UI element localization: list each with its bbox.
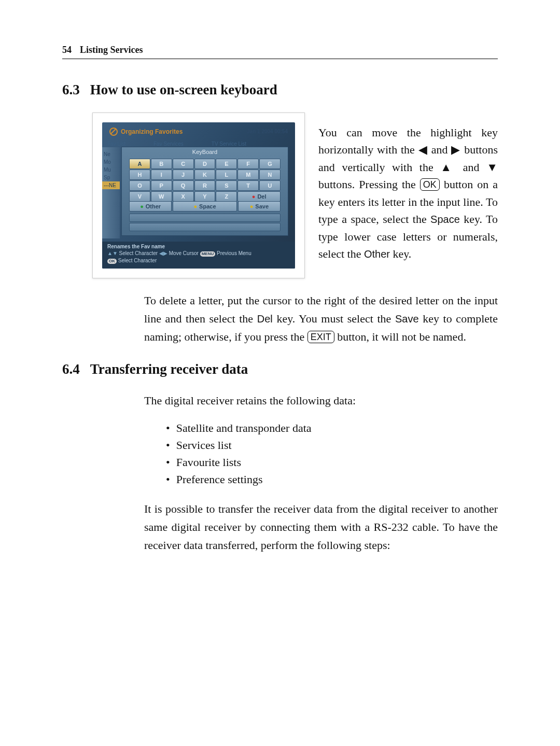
help-text: Previous Menu <box>217 250 251 256</box>
key-r[interactable]: R <box>194 180 216 191</box>
ok-pill: OK <box>107 259 117 264</box>
list-item: Favourite lists <box>166 454 498 471</box>
ok-button-label: OK <box>420 178 440 191</box>
screen-title-text: Organizing Favorites <box>121 128 183 135</box>
key-j[interactable]: J <box>173 170 194 180</box>
section-number: 6.4 <box>62 361 80 377</box>
side-item: Sp <box>102 174 120 181</box>
receiver-data-list: Satellite and transponder data Services … <box>166 419 498 488</box>
list-item: Satellite and transponder data <box>166 419 498 437</box>
exit-button-label: EXIT <box>307 331 334 343</box>
space-key-label: Space <box>430 214 460 225</box>
text: and <box>428 143 451 156</box>
section-title: Transferring receiver data <box>90 361 248 377</box>
help-text: Select Character <box>118 258 157 263</box>
para-6-4b: It is possible to transfer the receiver … <box>144 500 498 554</box>
updown-icon: ▲▼ <box>107 250 118 256</box>
section-6-3-block: Organizing Favorites Jan 1 2004 00:54 Fa… <box>62 112 498 278</box>
section-6-3-heading: 6.3 How to use on-screen keyboard <box>62 82 498 98</box>
key-d[interactable]: D <box>194 159 216 169</box>
para-6-3a: You can move the highlight key horizonta… <box>318 124 498 263</box>
running-head: 54 Listing Services <box>62 45 498 59</box>
fav-list-behind: Ne Mo Mu Sp ---NE <box>102 147 120 238</box>
help-line-1: Renames the Fav name <box>107 244 290 249</box>
input-line[interactable] <box>129 223 281 231</box>
key-y[interactable]: Y <box>194 191 216 202</box>
input-lines <box>129 214 281 230</box>
text: button, it will not be named. <box>334 330 466 343</box>
key-i[interactable]: I <box>151 170 172 180</box>
key-a[interactable]: A <box>129 159 150 169</box>
key-k[interactable]: K <box>194 170 216 180</box>
keyboard-title: KeyBoard <box>122 147 288 157</box>
key-c[interactable]: C <box>173 159 194 169</box>
key-b[interactable]: B <box>151 159 172 169</box>
screenshot-panel: Organizing Favorites Jan 1 2004 00:54 Fa… <box>102 122 295 269</box>
key-s[interactable]: S <box>216 180 237 191</box>
section-title: How to use on-screen keyboard <box>90 82 277 98</box>
key-n[interactable]: N <box>259 170 281 180</box>
help-text: Move Cursor <box>169 250 199 256</box>
chapter-title: Listing Services <box>80 45 143 55</box>
key-p[interactable]: P <box>151 180 172 191</box>
side-item-selected: ---NE <box>102 181 120 189</box>
help-line-3: OK Select Character <box>107 258 290 264</box>
key-w[interactable]: W <box>151 191 172 202</box>
input-line[interactable] <box>129 214 281 222</box>
clock-text: Jan 1 2004 00:54 <box>247 129 288 134</box>
key-v[interactable]: V <box>129 191 150 202</box>
right-arrow-icon: ▶ <box>451 143 460 156</box>
screen-title: Organizing Favorites <box>109 128 183 136</box>
key-e[interactable]: E <box>216 159 237 169</box>
key-space[interactable]: Space <box>173 201 236 212</box>
text: and <box>456 161 486 174</box>
key-f[interactable]: F <box>237 159 259 169</box>
para-6-3b: To delete a letter, put the cursor to th… <box>144 292 498 346</box>
help-bar: Renames the Fav name ▲▼ Select Character… <box>102 242 295 269</box>
key-t[interactable]: T <box>237 180 259 191</box>
keyboard-screenshot: Organizing Favorites Jan 1 2004 00:54 Fa… <box>92 112 305 278</box>
key-m[interactable]: M <box>237 170 259 180</box>
section-6-4-heading: 6.4 Transferring receiver data <box>62 361 498 377</box>
content-column: 54 Listing Services 6.3 How to use on-sc… <box>62 45 498 570</box>
para-6-4a: The digital receiver retains the followi… <box>144 392 498 410</box>
key-save[interactable]: Save <box>238 201 281 212</box>
down-arrow-icon: ▼ <box>486 161 498 174</box>
keyboard-panel: KeyBoard A B C D E F G H I J K <box>122 147 288 235</box>
keyboard-bottom-row: Other Space Save <box>129 201 281 212</box>
text: buttons. Pressing the <box>318 178 420 191</box>
key-l[interactable]: L <box>216 170 237 180</box>
help-line-2: ▲▼ Select Character ◀▶ Move Cursor MENU … <box>107 250 290 257</box>
key-q[interactable]: Q <box>173 180 194 191</box>
keyboard-grid: A B C D E F G H I J K L M <box>129 159 281 202</box>
text: key. You must select the <box>273 312 395 325</box>
list-item: Services list <box>166 437 498 454</box>
list-item: Preference settings <box>166 471 498 488</box>
text: key. <box>390 247 411 260</box>
key-z[interactable]: Z <box>216 191 237 202</box>
key-h[interactable]: H <box>129 170 150 180</box>
side-item: Mo <box>102 158 120 166</box>
key-u[interactable]: U <box>259 180 281 191</box>
up-arrow-icon: ▲ <box>440 161 456 174</box>
side-item: Ne <box>102 150 120 158</box>
key-o[interactable]: O <box>129 180 150 191</box>
side-item: Mu <box>102 166 120 174</box>
page-number: 54 <box>62 45 72 55</box>
help-text: Select Character <box>119 250 158 256</box>
key-g[interactable]: G <box>259 159 281 169</box>
left-arrow-icon: ◀ <box>418 143 428 156</box>
save-key-label: Save <box>395 313 419 325</box>
no-entry-icon <box>109 128 118 136</box>
section-number: 6.3 <box>62 82 80 98</box>
leftright-icon: ◀▶ <box>159 250 167 256</box>
key-del[interactable]: Del <box>237 191 281 202</box>
menu-pill: MENU <box>200 251 216 257</box>
key-x[interactable]: X <box>173 191 194 202</box>
del-key-label: Del <box>257 313 273 325</box>
other-key-label: Other <box>364 248 390 260</box>
key-other[interactable]: Other <box>129 201 172 212</box>
page: 54 Listing Services 6.3 How to use on-sc… <box>0 0 560 746</box>
